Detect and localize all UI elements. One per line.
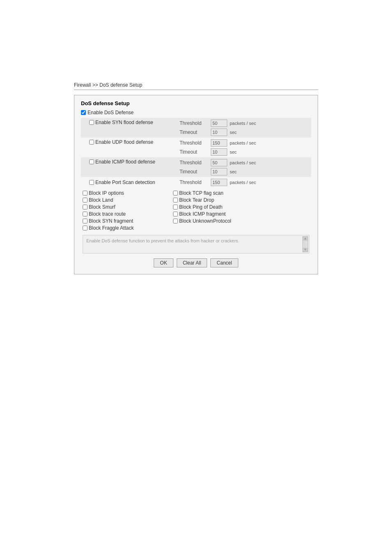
udp-flood-section: Enable UDP flood defense Threshold packe… bbox=[81, 138, 311, 157]
udp-threshold-input[interactable] bbox=[211, 139, 227, 147]
udp-flood-label: Enable UDP flood defense bbox=[95, 139, 153, 145]
port-scan-section: Enable Port Scan detection Threshold pac… bbox=[81, 177, 311, 188]
syn-flood-checkbox-label: Enable SYN flood defense bbox=[89, 120, 180, 125]
block-tear-drop-checkbox[interactable] bbox=[173, 198, 178, 203]
syn-threshold-label: Threshold bbox=[180, 120, 208, 126]
description-wrapper: Enable DoS defense function to prevent t… bbox=[81, 235, 311, 253]
icmp-timeout-label: Timeout bbox=[180, 169, 208, 175]
syn-threshold-unit: packets / sec bbox=[230, 121, 256, 126]
syn-flood-thresholds: Threshold packets / sec Timeout sec bbox=[180, 119, 256, 137]
cancel-button[interactable]: Cancel bbox=[210, 258, 238, 267]
syn-timeout-input[interactable] bbox=[211, 129, 227, 136]
scroll-up-icon[interactable]: ▲ bbox=[303, 237, 308, 241]
description-box: Enable DoS defense function to prevent t… bbox=[83, 235, 309, 253]
enable-dos-checkbox[interactable] bbox=[81, 110, 86, 115]
syn-flood-label: Enable SYN flood defense bbox=[95, 120, 153, 125]
block-land: Block Land bbox=[83, 197, 173, 203]
icmp-flood-checkbox[interactable] bbox=[89, 159, 94, 164]
ok-button[interactable]: OK bbox=[154, 258, 173, 267]
block-options-right-col: Block TCP flag scan Block Tear Drop Bloc… bbox=[173, 190, 309, 231]
block-trace-route: Block trace route bbox=[83, 211, 173, 217]
block-icmp-fragment: Block ICMP fragment bbox=[173, 211, 309, 217]
syn-timeout-unit: sec bbox=[230, 130, 237, 135]
udp-flood-checkbox[interactable] bbox=[89, 140, 94, 145]
port-scan-checkbox-label: Enable Port Scan detection bbox=[89, 180, 180, 185]
block-tcp-flag-scan: Block TCP flag scan bbox=[173, 190, 309, 196]
panel-title: DoS defense Setup bbox=[81, 100, 311, 106]
scroll-indicator: ▲ ▼ bbox=[302, 236, 308, 252]
enable-dos-row: Enable DoS Defense bbox=[81, 110, 311, 115]
block-ip-options: Block IP options bbox=[83, 190, 173, 196]
icmp-flood-checkbox-label: Enable ICMP flood defense bbox=[89, 159, 180, 165]
port-scan-checkbox[interactable] bbox=[89, 180, 94, 185]
port-scan-label: Enable Port Scan detection bbox=[95, 180, 155, 185]
port-scan-threshold-unit: packets / sec bbox=[230, 180, 256, 185]
scroll-down-icon[interactable]: ▼ bbox=[303, 248, 308, 252]
block-tcp-flag-scan-checkbox[interactable] bbox=[173, 191, 178, 196]
icmp-flood-label: Enable ICMP flood defense bbox=[95, 159, 155, 165]
syn-timeout-label: Timeout bbox=[180, 129, 208, 135]
block-ip-options-checkbox[interactable] bbox=[83, 191, 88, 196]
syn-flood-section: Enable SYN flood defense Threshold packe… bbox=[81, 118, 311, 138]
block-options-left-col: Block IP options Block Land Block Smurf … bbox=[83, 190, 173, 231]
icmp-threshold-unit: packets / sec bbox=[230, 160, 256, 165]
block-syn-fragment-checkbox[interactable] bbox=[83, 219, 88, 223]
block-land-checkbox[interactable] bbox=[83, 198, 88, 203]
icmp-flood-section: Enable ICMP flood defense Threshold pack… bbox=[81, 157, 311, 177]
port-scan-threshold-input[interactable] bbox=[211, 179, 227, 186]
block-smurf-checkbox[interactable] bbox=[83, 205, 88, 210]
icmp-timeout-unit: sec bbox=[230, 169, 237, 174]
block-ping-of-death: Block Ping of Death bbox=[173, 204, 309, 210]
udp-threshold-unit: packets / sec bbox=[230, 140, 256, 145]
icmp-timeout-input[interactable] bbox=[211, 168, 227, 175]
udp-timeout-label: Timeout bbox=[180, 149, 208, 155]
udp-flood-checkbox-label: Enable UDP flood defense bbox=[89, 139, 180, 145]
block-unknown-protocol: Block UnknownProtocol bbox=[173, 218, 309, 224]
udp-timeout-input[interactable] bbox=[211, 148, 227, 156]
block-ping-of-death-checkbox[interactable] bbox=[173, 205, 178, 210]
udp-flood-thresholds: Threshold packets / sec Timeout sec bbox=[180, 138, 256, 157]
description-text: Enable DoS defense function to prevent t… bbox=[86, 238, 239, 243]
block-icmp-fragment-checkbox[interactable] bbox=[173, 212, 178, 216]
block-unknown-protocol-checkbox[interactable] bbox=[173, 219, 178, 223]
enable-dos-label: Enable DoS Defense bbox=[88, 110, 134, 115]
block-fraggle-attack-checkbox[interactable] bbox=[83, 226, 88, 230]
icmp-flood-thresholds: Threshold packets / sec Timeout sec bbox=[180, 158, 256, 176]
block-fraggle-attack: Block Fraggle Attack bbox=[83, 225, 173, 231]
icmp-threshold-input[interactable] bbox=[211, 159, 227, 166]
button-bar: OK Clear All Cancel bbox=[81, 258, 311, 267]
icmp-threshold-label: Threshold bbox=[180, 160, 208, 166]
block-tear-drop: Block Tear Drop bbox=[173, 197, 309, 203]
port-scan-threshold-label: Threshold bbox=[180, 180, 208, 185]
udp-threshold-label: Threshold bbox=[180, 140, 208, 146]
block-syn-fragment: Block SYN fragment bbox=[83, 218, 173, 224]
clear-all-button[interactable]: Clear All bbox=[177, 258, 208, 267]
main-panel: DoS defense Setup Enable DoS Defense Ena… bbox=[74, 95, 318, 274]
block-options-grid: Block IP options Block Land Block Smurf … bbox=[81, 189, 311, 232]
breadcrumb: Firewall >> DoS defense Setup bbox=[74, 82, 318, 90]
breadcrumb-text: Firewall >> DoS defense Setup bbox=[74, 82, 142, 88]
syn-threshold-input[interactable] bbox=[211, 120, 227, 127]
block-smurf: Block Smurf bbox=[83, 204, 173, 210]
syn-flood-checkbox[interactable] bbox=[89, 120, 94, 125]
block-trace-route-checkbox[interactable] bbox=[83, 212, 88, 216]
udp-timeout-unit: sec bbox=[230, 150, 237, 154]
